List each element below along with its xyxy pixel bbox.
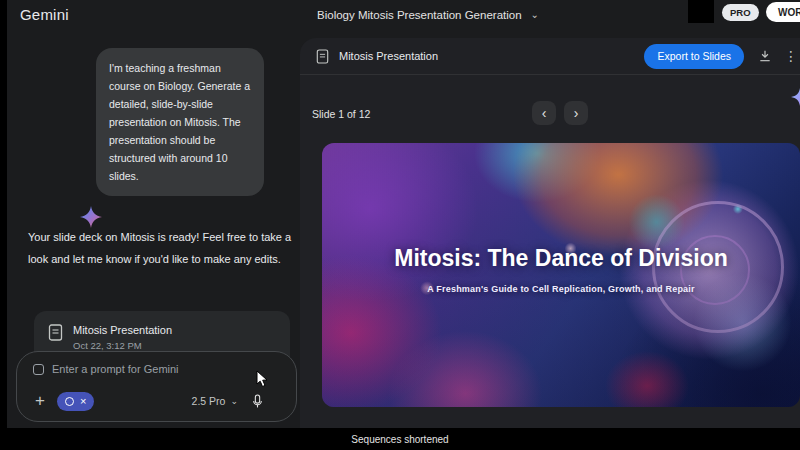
conversation-title-menu[interactable]: Biology Mitosis Presentation Generation …: [317, 9, 539, 21]
avatar[interactable]: [688, 0, 714, 23]
remove-tool-icon[interactable]: ×: [80, 396, 86, 407]
export-to-slides-button[interactable]: Export to Slides: [644, 44, 744, 69]
prompt-composer: + × 2.5 Pro ⌄: [16, 351, 297, 422]
tool-chip-icon: [65, 397, 74, 406]
slide-shade-overlay: [322, 143, 800, 407]
attachment-timestamp: Oct 22, 3:12 PM: [73, 340, 172, 351]
footer-note: Sequences shortened: [351, 434, 448, 445]
slide-preview[interactable]: Mitosis: The Dance of Division A Freshma…: [322, 143, 800, 407]
gemini-sparkle-icon: [80, 206, 102, 228]
workspace-badge: WORK: [766, 2, 800, 22]
assistant-response: Your slide deck on Mitosis is ready! Fee…: [28, 227, 300, 270]
model-name: 2.5 Pro: [192, 395, 226, 407]
microphone-button[interactable]: [251, 393, 264, 410]
attachment-title: Mitosis Presentation: [73, 324, 172, 336]
gemini-app-window: Gemini Biology Mitosis Presentation Gene…: [0, 0, 800, 450]
user-message-bubble: I'm teaching a freshman course on Biolog…: [96, 48, 264, 196]
pro-badge: PRO: [722, 4, 759, 21]
slide-subtitle: A Freshman's Guide to Cell Replication, …: [427, 284, 694, 294]
add-button[interactable]: +: [31, 391, 49, 411]
screen-edge-band: [0, 0, 7, 450]
model-selector[interactable]: 2.5 Pro ⌄: [192, 395, 238, 407]
prompt-input[interactable]: [52, 363, 280, 375]
slide-title: Mitosis: The Dance of Division: [394, 245, 728, 272]
sparkle-icon[interactable]: [791, 88, 800, 106]
footer-bar: Sequences shortened: [0, 428, 800, 450]
gemini-logo[interactable]: Gemini: [20, 6, 69, 23]
more-options-icon[interactable]: ⋮: [784, 48, 794, 64]
tool-chip[interactable]: ×: [57, 392, 94, 411]
canvas-title: Mitosis Presentation: [339, 50, 438, 62]
chevron-down-icon: ⌄: [230, 396, 238, 406]
canvas-header: Mitosis Presentation Export to Slides ⋮: [300, 38, 800, 75]
previous-slide-button[interactable]: ‹: [532, 101, 556, 125]
download-icon[interactable]: [758, 49, 772, 63]
slide-counter: Slide 1 of 12: [312, 108, 370, 120]
prompt-icon: [33, 364, 44, 375]
document-icon: [316, 49, 329, 64]
conversation-title: Biology Mitosis Presentation Generation: [317, 9, 522, 21]
next-slide-button[interactable]: ›: [564, 101, 588, 125]
chevron-down-icon: ⌄: [531, 10, 539, 20]
canvas-panel: Mitosis Presentation Export to Slides ⋮ …: [300, 38, 800, 428]
